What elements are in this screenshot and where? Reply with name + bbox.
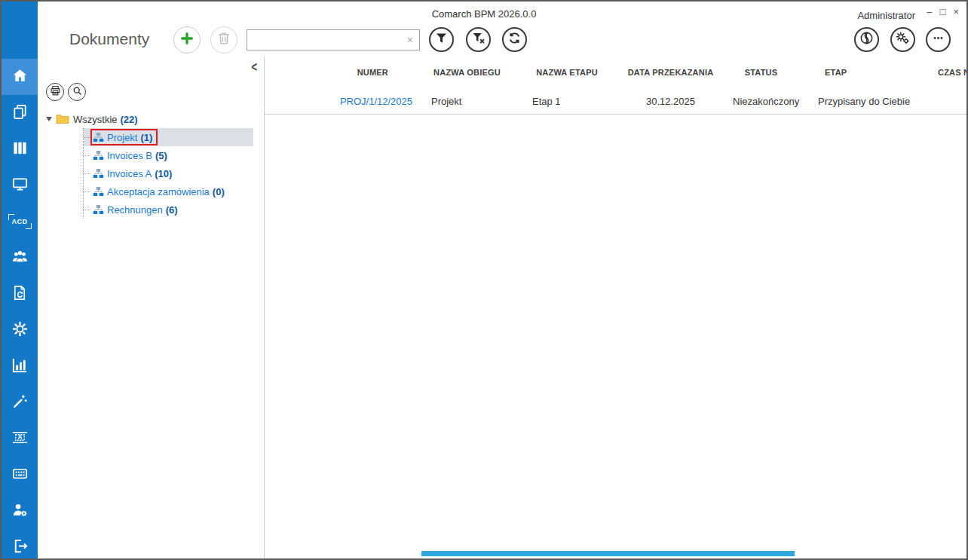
plus-icon (179, 30, 195, 50)
tree-item-count: (10) (155, 168, 172, 179)
cell-status: Niezakończony (721, 96, 801, 107)
sidebar-item-user-permissions[interactable] (2, 493, 38, 529)
tree-item-akceptacja-zamowienia[interactable]: Akceptacja zamówienia (0) (84, 182, 253, 200)
funnel-x-icon (470, 30, 486, 49)
tree-item-label: Rechnungen (107, 204, 163, 216)
tiles-icon (11, 139, 29, 160)
magnifier-icon (72, 85, 83, 99)
sidebar-item-workstation[interactable] (2, 167, 38, 203)
search-input[interactable] (253, 34, 407, 47)
column-header-data-przekazania[interactable]: DATA PRZEKAZANIA (620, 68, 721, 77)
current-user-label: Administrator (857, 10, 915, 21)
page-title: Dokumenty (69, 30, 149, 48)
gear-icon (11, 320, 29, 341)
tree-root-count: (22) (121, 114, 138, 125)
column-header-etap[interactable]: ETAP (801, 68, 925, 77)
cell-data-przekazania: 30.12.2025 (620, 96, 721, 107)
refresh-icon (507, 30, 522, 49)
clear-search-icon[interactable]: × (407, 34, 413, 46)
window-title: Comarch BPM 2026.0.0 (2, 8, 966, 20)
folder-tree: Wszystkie (22) Projekt (1) (44, 110, 253, 219)
document-sync-icon (11, 284, 29, 304)
tree-item-content: Invoices B (5) (90, 147, 173, 164)
text-field-icon: A (11, 429, 29, 449)
tree-item-invoices-a[interactable]: Invoices A (10) (84, 164, 253, 182)
process-view-button[interactable] (854, 27, 879, 52)
tree-item-invoices-b[interactable]: Invoices B (5) (84, 146, 253, 164)
print-button[interactable] (46, 83, 64, 101)
swirl-icon (859, 30, 875, 49)
sidebar-item-contractors[interactable] (2, 240, 38, 276)
tree-item-label: Projekt (107, 132, 137, 143)
configuration-button[interactable] (890, 27, 915, 52)
home-icon (11, 67, 29, 87)
documents-icon (11, 103, 29, 124)
column-header-numer[interactable]: NUMER (265, 68, 420, 77)
sidebar-item-settings[interactable] (2, 312, 38, 348)
window-controls: – □ × (927, 6, 959, 18)
tree-item-count: (5) (155, 150, 167, 161)
column-header-status[interactable]: STATUS (721, 68, 801, 77)
sidebar-item-reports[interactable] (2, 348, 38, 384)
close-button[interactable]: × (953, 6, 959, 18)
sidebar-item-acd[interactable]: ACD (2, 203, 38, 240)
sidebar-item-logout[interactable] (2, 529, 38, 560)
workflow-icon (93, 150, 104, 161)
tree-item-content: Akceptacja zamówienia (0) (90, 183, 230, 200)
filter-button[interactable] (429, 27, 454, 52)
horizontal-scrollbar-thumb[interactable] (421, 551, 795, 556)
refresh-button[interactable] (502, 27, 527, 52)
tree-item-label: Invoices A (107, 168, 152, 179)
selection-highlight-box: Projekt (1) (90, 129, 158, 145)
search-box: × (247, 29, 420, 50)
tree-item-projekt[interactable]: Projekt (1) (84, 128, 253, 146)
panel-tools (46, 83, 86, 101)
sidebar-item-ocr-field[interactable]: A (2, 421, 38, 457)
sidebar-item-numeric-pad[interactable] (2, 457, 38, 493)
column-header-czas-na[interactable]: CZAS NA (925, 68, 966, 77)
sidebar-item-automation[interactable] (2, 384, 38, 421)
expander-caret-icon[interactable] (46, 117, 52, 121)
double-gear-icon (895, 30, 911, 49)
tree-item-content: Invoices A (10) (90, 165, 177, 182)
column-header-nazwa-obiegu[interactable]: NAZWA OBIEGU (420, 68, 514, 77)
clear-filter-button[interactable] (466, 27, 491, 52)
table-header: NUMER NAZWA OBIEGU NAZWA ETAPU DATA PRZE… (265, 57, 966, 88)
printer-icon (50, 85, 61, 99)
tree-item-rechnungen[interactable]: Rechnungen (6) (84, 200, 253, 219)
sidebar-item-home[interactable] (2, 59, 38, 95)
cell-numer-link[interactable]: PROJ/1/12/2025 (265, 96, 420, 107)
sidebar: ACD A (2, 2, 38, 558)
sidebar-item-tiles[interactable] (2, 131, 38, 167)
tree-root-label: Wszystkie (73, 114, 118, 125)
tree-item-count: (0) (213, 186, 225, 197)
magic-wand-icon (11, 393, 29, 413)
sidebar-item-documents[interactable] (2, 95, 38, 131)
column-header-nazwa-etapu[interactable]: NAZWA ETAPU (514, 68, 620, 77)
workflow-icon (93, 204, 104, 216)
table-row[interactable]: PROJ/1/12/2025 Projekt Etap 1 30.12.2025… (265, 88, 966, 115)
workflow-icon (93, 168, 104, 179)
ellipsis-icon (930, 30, 946, 49)
more-options-button[interactable] (926, 27, 951, 52)
cell-nazwa-etapu: Etap 1 (514, 96, 620, 107)
minimize-button[interactable]: – (927, 6, 932, 18)
tree-search-button[interactable] (68, 83, 86, 101)
cell-nazwa-obiegu: Projekt (420, 96, 514, 107)
tree-panel: < Wszystkie (22) (38, 57, 264, 558)
svg-text:A: A (17, 434, 22, 441)
app-window: Comarch BPM 2026.0.0 Administrator – □ ×… (0, 0, 968, 560)
user-gear-icon (11, 501, 29, 522)
trash-icon (216, 30, 232, 50)
users-group-icon (11, 248, 29, 268)
delete-document-button[interactable] (210, 26, 237, 54)
tree-item-label: Invoices B (107, 150, 152, 161)
tree-item-label: Akceptacja zamówienia (107, 186, 210, 197)
content-area: < Wszystkie (22) (38, 57, 966, 558)
tree-root-wszystkie[interactable]: Wszystkie (22) (44, 110, 253, 128)
maximize-button[interactable]: □ (940, 6, 946, 18)
add-document-button[interactable] (173, 26, 201, 54)
collapse-panel-button[interactable]: < (251, 59, 257, 74)
workflow-icon (93, 132, 104, 143)
sidebar-item-document-flow[interactable] (2, 276, 38, 312)
